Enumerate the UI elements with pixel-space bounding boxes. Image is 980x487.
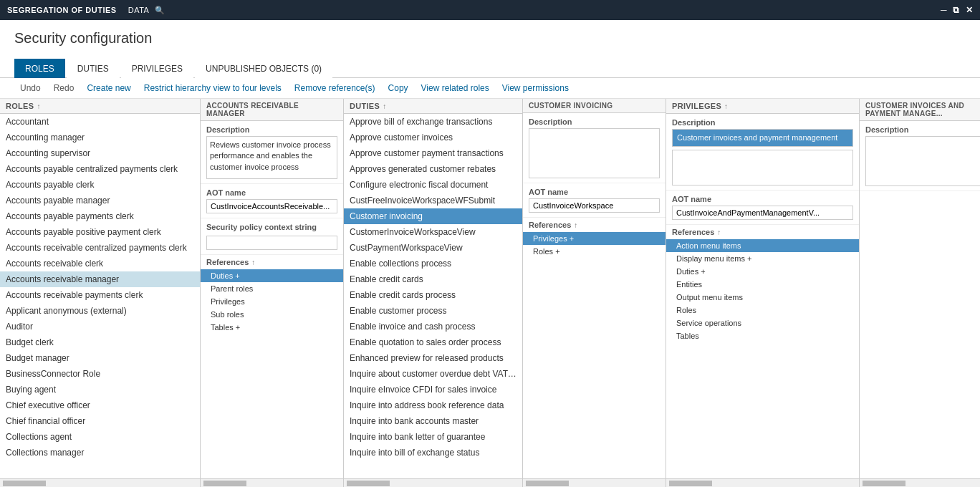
app-name: SEGREGATION OF DUTIES [7,6,117,14]
priv-desc-section: Description Customer invoices and paymen… [666,114,859,191]
restrict-button[interactable]: Restrict hierarchy view to four levels [138,81,287,95]
roles-list-item[interactable]: Chief financial officer [0,413,200,429]
copy-button[interactable]: Copy [383,81,414,95]
duties-list-item[interactable]: Enable credit cards process [344,287,522,303]
custpay-hscrollbar[interactable] [860,478,980,487]
tab-roles[interactable]: ROLES [14,59,65,78]
custinv-ref-item[interactable]: Roles + [523,245,666,258]
duties-list-item[interactable]: Inquire into bill of exchange status [344,445,522,461]
ar-ref-item[interactable]: Duties + [201,269,343,282]
priv-ref-item[interactable]: Display menu items + [666,252,859,265]
roles-list-item[interactable]: Accounting supervisor [0,145,200,161]
data-menu[interactable]: DATA [128,6,150,14]
roles-list-item[interactable]: Applicant anonymous (external) [0,303,200,319]
duties-list-item[interactable]: Configure electronic fiscal document [344,177,522,193]
ar-ref-item[interactable]: Sub roles [201,308,343,321]
close-button[interactable]: ✕ [966,5,974,15]
duties-list-item[interactable]: CustFreeInvoiceWorkspaceWFSubmit [344,193,522,208]
duties-list-item[interactable]: CustPaymentWorkspaceView [344,240,522,256]
duties-list-item[interactable]: Inquire into bank letter of guarantee [344,429,522,445]
ar-aot-input[interactable] [206,199,337,213]
duties-list-item[interactable]: Enable quotation to sales order process [344,334,522,350]
priv-ref-item[interactable]: Duties + [666,265,859,278]
roles-list-item[interactable]: Accounts receivable payments clerk [0,287,200,303]
duties-list-item[interactable]: Inquire about customer overdue debt VAT … [344,366,522,382]
ar-ref-item[interactable]: Privileges [201,295,343,308]
undo-button[interactable]: Undo [14,81,47,95]
custinv-aot-input[interactable] [529,198,660,213]
create-new-button[interactable]: Create new [81,81,136,95]
roles-hscrollbar[interactable] [0,478,200,487]
roles-list-item[interactable]: Accountant [0,114,200,130]
roles-list-item[interactable]: Accounts receivable clerk [0,256,200,271]
view-perms-button[interactable]: View permissions [496,81,575,95]
roles-list-item[interactable]: Accounts receivable manager [0,271,200,287]
custinv-hscrollbar[interactable] [523,478,666,487]
duties-list-item[interactable]: Enable collections process [344,256,522,271]
priv-ref-sort: ↑ [717,228,721,236]
roles-list: AccountantAccounting managerAccounting s… [0,114,200,478]
remove-ref-button[interactable]: Remove reference(s) [289,81,381,95]
restore-button[interactable]: ⧉ [953,5,960,15]
roles-sort-icon[interactable]: ↑ [37,102,40,110]
duties-list-item[interactable]: CustomerInvoiceWorkspaceView [344,224,522,240]
priv-ref-item[interactable]: Output menu items [666,291,859,304]
duties-list-item[interactable]: Enhanced preview for released products [344,350,522,366]
duties-hscrollbar[interactable] [344,478,522,487]
priv-ref-item[interactable]: Entities [666,278,859,291]
tab-privileges[interactable]: PRIVILEGES [121,59,193,78]
roles-list-item[interactable]: BusinessConnector Role [0,366,200,382]
duties-list-item[interactable]: Inquire eInvoice CFDI for sales invoice [344,382,522,397]
duties-list-item[interactable]: Approve customer invoices [344,130,522,145]
roles-list-item[interactable]: Budget clerk [0,334,200,350]
duties-list-item[interactable]: Inquire into address book reference data [344,397,522,413]
roles-list-item[interactable]: Accounting manager [0,130,200,145]
roles-list-item[interactable]: Budget manager [0,350,200,366]
ar-ref-item[interactable]: Tables + [201,321,343,334]
roles-list-item[interactable]: Accounts payable centralized payments cl… [0,161,200,177]
ar-security-input[interactable] [206,236,337,250]
duties-list-item[interactable]: Inquire into bank accounts master [344,413,522,429]
custpay-header-label: CUSTOMER INVOICES AND PAYMENT MANAGE... [865,102,980,117]
ar-ref-item[interactable]: Parent roles [201,282,343,295]
minimize-button[interactable]: ─ [941,5,947,15]
roles-list-item[interactable]: Buying agent [0,382,200,397]
duties-list-item[interactable]: Approve customer payment transactions [344,145,522,161]
priv-aot-input[interactable] [672,206,853,220]
roles-list-item[interactable]: Accounts receivable centralized payments… [0,240,200,256]
priv-ref-item[interactable]: Roles [666,304,859,317]
duties-list-item[interactable]: Customer invoicing [344,208,522,224]
tab-unpublished[interactable]: UNPUBLISHED OBJECTS (0) [195,59,332,78]
duties-list-item[interactable]: Enable invoice and cash process [344,319,522,334]
view-related-button[interactable]: View related roles [415,81,495,95]
duties-list-item[interactable]: Enable customer process [344,303,522,319]
tab-duties[interactable]: DUTIES [67,59,120,78]
redo-button[interactable]: Redo [48,81,80,95]
duties-list-item[interactable]: Approves generated customer rebates [344,161,522,177]
roles-list-item[interactable]: Accounts payable manager [0,193,200,208]
roles-list-item[interactable]: Auditor [0,319,200,334]
privileges-sort-icon[interactable]: ↑ [724,102,728,110]
duties-sort-icon[interactable]: ↑ [383,102,386,110]
priv-ref-item[interactable]: Action menu items [666,239,859,252]
duties-list-item[interactable]: Enable credit cards [344,271,522,287]
roles-list-item[interactable]: Chief executive officer [0,397,200,413]
custinv-ref-item[interactable]: Privileges + [523,232,666,245]
priv-selected-item[interactable]: Customer invoices and payment management [672,129,853,147]
roles-list-item[interactable]: Accounts payable clerk [0,177,200,193]
roles-list-item[interactable]: Accounts payable positive payment clerk [0,224,200,240]
roles-list-item[interactable]: Collections manager [0,445,200,461]
search-icon[interactable]: 🔍 [155,6,165,15]
duties-panel-header: Duties ↑ [344,99,522,114]
roles-panel: Roles ↑ AccountantAccounting managerAcco… [0,99,201,487]
ar-aot-section: AOT name [201,184,343,218]
custinv-desc-value [529,128,660,178]
duties-list-item[interactable]: Approve bill of exchange transactions [344,114,522,130]
ar-hscrollbar[interactable] [201,478,343,487]
roles-list-item[interactable]: Accounts payable payments clerk [0,208,200,224]
priv-ref-item[interactable]: Tables [666,329,859,342]
ar-refs-list: Duties +Parent rolesPrivilegesSub rolesT… [201,269,343,334]
roles-list-item[interactable]: Collections agent [0,429,200,445]
privileges-hscrollbar[interactable] [666,478,859,487]
priv-ref-item[interactable]: Service operations [666,317,859,329]
